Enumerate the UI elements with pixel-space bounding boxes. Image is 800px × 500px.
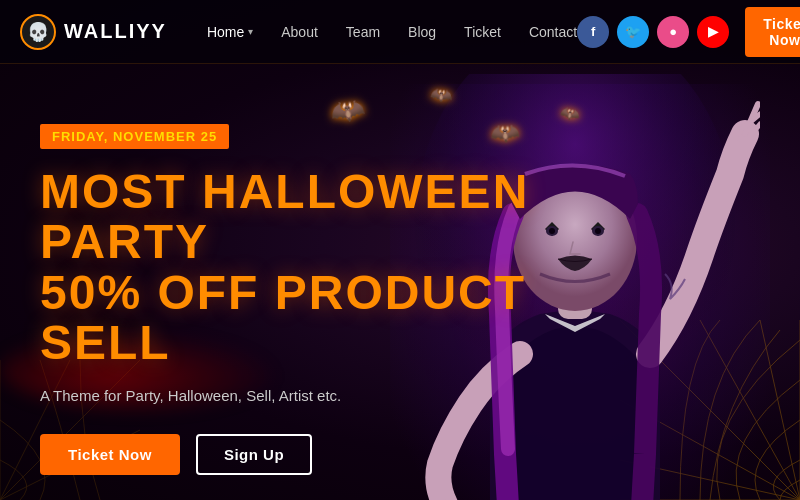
logo-text: WALLIYY bbox=[64, 20, 167, 43]
logo[interactable]: 💀 WALLIYY bbox=[20, 14, 167, 50]
svg-point-25 bbox=[595, 228, 601, 234]
chevron-down-icon: ▾ bbox=[248, 26, 253, 37]
hero-headline: MOST HALLOWEEN PARTY 50% OFF PRODUCT SEL… bbox=[40, 167, 540, 369]
nav-ticket-button[interactable]: Ticket Now bbox=[745, 7, 800, 57]
twitter-icon[interactable]: 🐦 bbox=[617, 16, 649, 48]
social-links: f 🐦 ● ▶ bbox=[577, 16, 729, 48]
facebook-icon[interactable]: f bbox=[577, 16, 609, 48]
dribbble-icon[interactable]: ● bbox=[657, 16, 689, 48]
date-badge: FRIDAY, NOVEMBER 25 bbox=[40, 124, 229, 149]
nav-ticket[interactable]: Ticket bbox=[464, 24, 501, 40]
sign-up-button[interactable]: Sign Up bbox=[196, 434, 312, 475]
ticket-now-button[interactable]: Ticket Now bbox=[40, 434, 180, 475]
nav-links: Home ▾ About Team Blog Ticket Contact bbox=[207, 24, 577, 40]
hero-subtitle: A Theme for Party, Halloween, Sell, Arti… bbox=[40, 387, 400, 404]
bat-icon-4: 🦇 bbox=[559, 102, 582, 124]
logo-skull: 💀 bbox=[20, 14, 56, 50]
nav-team[interactable]: Team bbox=[346, 24, 380, 40]
nav-home[interactable]: Home ▾ bbox=[207, 24, 253, 40]
navbar: 💀 WALLIYY Home ▾ About Team Blog Ticket … bbox=[0, 0, 800, 64]
svg-point-24 bbox=[549, 228, 555, 234]
youtube-icon[interactable]: ▶ bbox=[697, 16, 729, 48]
hero-section: 🦇 🦇 🦇 🦇 FRIDAY, NOVEMBER 25 MOST HALLOWE… bbox=[0, 64, 800, 500]
cta-buttons: Ticket Now Sign Up bbox=[40, 434, 540, 475]
nav-contact[interactable]: Contact bbox=[529, 24, 577, 40]
nav-blog[interactable]: Blog bbox=[408, 24, 436, 40]
nav-about[interactable]: About bbox=[281, 24, 318, 40]
